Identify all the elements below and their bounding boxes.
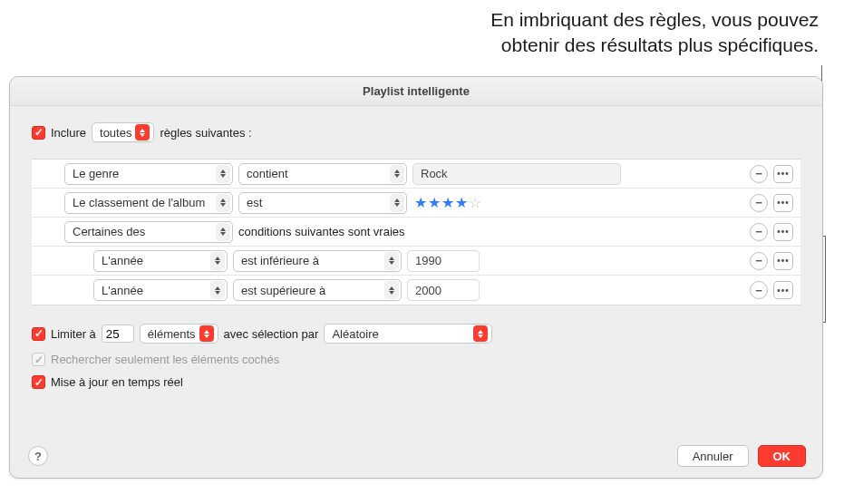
only-checked-checkbox xyxy=(32,353,45,366)
limit-by-value: Aléatoire xyxy=(332,327,378,341)
rule-op-label: est inférieure à xyxy=(241,254,319,267)
cancel-button[interactable]: Annuler xyxy=(677,445,749,467)
lower-options: Limiter à éléments avec sélection par Al… xyxy=(32,324,800,389)
rule-value-input[interactable]: 2000 xyxy=(407,279,480,301)
live-update-checkbox[interactable] xyxy=(32,375,45,389)
limit-unit-select[interactable]: éléments xyxy=(140,324,218,344)
stepper-arrows-icon xyxy=(390,194,404,212)
include-mode-label: toutes xyxy=(100,126,131,140)
smart-playlist-dialog: Playlist intelligente Inclure toutes règ… xyxy=(9,76,823,479)
rule-group-select[interactable]: Certaines des xyxy=(64,221,233,243)
star-outline-icon: ☆ xyxy=(469,194,481,211)
stepper-arrows-icon xyxy=(135,124,150,141)
stepper-arrows-icon xyxy=(216,165,230,183)
rule-value-input[interactable]: 1990 xyxy=(407,250,480,272)
rule-actions: − ••• xyxy=(750,281,793,299)
rule-op-select[interactable]: est inférieure à xyxy=(233,250,402,272)
limit-by-select[interactable]: Aléatoire xyxy=(324,324,492,344)
include-suffix: règles suivantes : xyxy=(160,126,251,140)
rule-group-suffix: conditions suivantes sont vraies xyxy=(238,225,405,238)
star-icon: ★ xyxy=(428,194,441,211)
only-checked-label: Rechercher seulement les éléments cochés xyxy=(51,353,279,366)
include-prefix: Inclure xyxy=(51,126,86,140)
stepper-arrows-icon xyxy=(199,325,214,342)
rule-op-label: est supérieure à xyxy=(241,284,325,297)
stepper-arrows-icon xyxy=(216,194,230,212)
remove-rule-button[interactable]: − xyxy=(750,194,768,212)
stepper-arrows-icon xyxy=(473,325,488,342)
live-update-row: Mise à jour en temps réel xyxy=(32,375,800,389)
limit-checkbox[interactable] xyxy=(32,327,45,341)
help-button[interactable]: ? xyxy=(28,446,48,466)
remove-rule-button[interactable]: − xyxy=(750,281,768,299)
rule-value-input[interactable]: Rock xyxy=(412,163,621,185)
rule-options-button[interactable]: ••• xyxy=(773,252,793,270)
rule-value-text: 2000 xyxy=(415,284,441,297)
rule-op-select[interactable]: est xyxy=(238,192,407,214)
rule-field-label: L'année xyxy=(102,254,143,267)
remove-rule-button[interactable]: − xyxy=(750,252,768,270)
rule-field-label: L'année xyxy=(102,284,143,297)
annotation-caption: En imbriquant des règles, vous pouvez ob… xyxy=(490,7,819,59)
rule-field-select[interactable]: L'année xyxy=(93,279,228,301)
rule-options-button[interactable]: ••• xyxy=(773,194,793,212)
star-icon: ★ xyxy=(414,194,427,211)
include-checkbox[interactable] xyxy=(32,126,45,140)
dialog-footer: ? Annuler OK xyxy=(28,445,806,467)
rule-row: Le genre contient Rock − ••• xyxy=(32,160,800,189)
caption-line2: obtenir des résultats plus spécifiques. xyxy=(490,33,819,58)
rule-op-label: contient xyxy=(247,167,288,180)
rule-options-button[interactable]: ••• xyxy=(773,281,793,299)
rule-value-text: Rock xyxy=(421,167,448,180)
rule-actions: − ••• xyxy=(750,252,793,270)
only-checked-row: Rechercher seulement les éléments cochés xyxy=(32,353,800,366)
rule-field-label: Le genre xyxy=(73,167,119,180)
dialog-title: Playlist intelligente xyxy=(10,77,822,106)
limit-count-input[interactable] xyxy=(102,325,134,343)
rule-value-text: 1990 xyxy=(415,254,441,267)
remove-rule-button[interactable]: − xyxy=(750,223,768,241)
caption-line1: En imbriquant des règles, vous pouvez xyxy=(490,7,819,33)
stepper-arrows-icon xyxy=(210,252,225,270)
rule-options-button[interactable]: ••• xyxy=(773,165,793,183)
ok-button[interactable]: OK xyxy=(758,445,807,467)
stepper-arrows-icon xyxy=(216,223,230,241)
rule-field-label: Le classement de l'album xyxy=(73,196,205,209)
rule-row: Le classement de l'album est ★ ★ ★ ★ ☆ −… xyxy=(32,189,800,218)
rating-stars[interactable]: ★ ★ ★ ★ ☆ xyxy=(414,194,481,211)
rule-op-label: est xyxy=(247,196,262,209)
include-mode-select[interactable]: toutes xyxy=(92,122,154,142)
star-icon: ★ xyxy=(441,194,454,211)
rule-field-select[interactable]: Le classement de l'album xyxy=(64,192,233,214)
include-row: Inclure toutes règles suivantes : xyxy=(32,122,800,142)
star-icon: ★ xyxy=(455,194,468,211)
rule-actions: − ••• xyxy=(750,223,793,241)
live-update-label: Mise à jour en temps réel xyxy=(51,375,183,389)
stepper-arrows-icon xyxy=(210,281,225,299)
rule-row-nested: L'année est supérieure à 2000 − ••• xyxy=(32,276,800,305)
rule-field-select[interactable]: Le genre xyxy=(64,163,233,185)
rule-group-label: Certaines des xyxy=(73,225,145,238)
rule-op-select[interactable]: est supérieure à xyxy=(233,279,402,301)
rule-options-button[interactable]: ••• xyxy=(773,223,793,241)
limit-row: Limiter à éléments avec sélection par Al… xyxy=(32,324,800,344)
stepper-arrows-icon xyxy=(390,165,404,183)
rule-field-select[interactable]: L'année xyxy=(93,250,228,272)
remove-rule-button[interactable]: − xyxy=(750,165,768,183)
limit-label: Limiter à xyxy=(51,327,96,341)
limit-unit-label: éléments xyxy=(148,327,196,341)
rule-op-select[interactable]: contient xyxy=(238,163,407,185)
stepper-arrows-icon xyxy=(384,281,399,299)
rules-container: Le genre contient Rock − ••• Le cl xyxy=(32,159,800,305)
rule-group-row: Certaines des conditions suivantes sont … xyxy=(32,218,800,247)
dialog-content: Inclure toutes règles suivantes : Le gen… xyxy=(10,106,822,402)
stepper-arrows-icon xyxy=(384,252,399,270)
rule-actions: − ••• xyxy=(750,194,793,212)
rule-actions: − ••• xyxy=(750,165,793,183)
limit-by-label: avec sélection par xyxy=(224,327,319,341)
rule-row-nested: L'année est inférieure à 1990 − ••• xyxy=(32,247,800,276)
footer-buttons: Annuler OK xyxy=(677,445,806,467)
